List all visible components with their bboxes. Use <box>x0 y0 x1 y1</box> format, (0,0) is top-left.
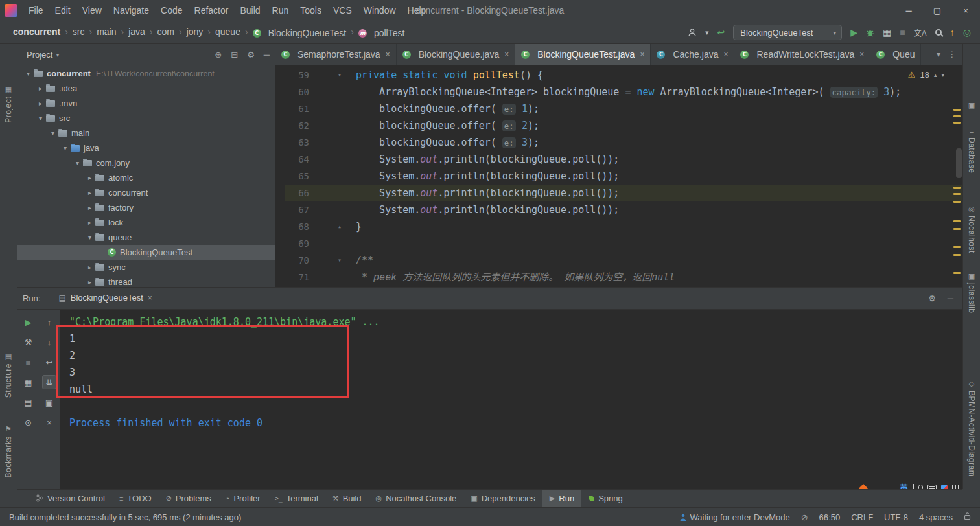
menu-build[interactable]: Build <box>234 0 266 21</box>
devmode-status[interactable]: Waiting for enter DevMode <box>679 512 790 522</box>
tree-item[interactable]: ▾java <box>18 141 275 155</box>
breadcrumb-item[interactable]: mpollTest <box>357 27 406 40</box>
breadcrumb-item[interactable]: com <box>156 25 176 38</box>
expand-icon[interactable]: ▸ <box>35 100 46 107</box>
tree-item[interactable]: ▾concurrentE:\TLWork\concurrent\concurre… <box>18 66 275 81</box>
gradle-refresh-icon[interactable]: ◎ <box>963 27 971 38</box>
user-icon[interactable] <box>688 28 697 37</box>
editor-tab[interactable]: CQueu <box>870 44 921 65</box>
line-number[interactable]: 70 <box>285 252 309 269</box>
breadcrumb-item[interactable]: concurrent <box>12 25 62 38</box>
tree-item[interactable]: ▾src <box>18 111 275 126</box>
print-button[interactable]: ▣ <box>42 395 56 409</box>
expand-icon[interactable]: ▸ <box>84 174 95 181</box>
toolwindow-button-build[interactable]: ⚒Build <box>325 490 369 507</box>
search-icon[interactable] <box>935 29 942 36</box>
soft-wrap-button[interactable]: ↩ <box>42 355 56 369</box>
tree-item[interactable]: ▾main <box>18 126 275 141</box>
collapse-all-icon[interactable]: ⊟ <box>231 50 238 60</box>
collapse-icon[interactable]: ▾ <box>72 159 83 166</box>
line-number[interactable]: 71 <box>285 269 309 286</box>
hide-panel-icon[interactable]: ─ <box>948 293 953 303</box>
prev-warning-icon[interactable]: ▴ <box>934 72 937 78</box>
menu-vcs[interactable]: VCS <box>327 0 358 21</box>
line-number[interactable]: 62 <box>285 117 309 134</box>
line-number[interactable]: 60 <box>285 84 309 100</box>
file-encoding[interactable]: UTF-8 <box>884 512 908 522</box>
rerun-button[interactable]: ▶ <box>21 315 36 329</box>
pin-button[interactable]: ⊙ <box>21 415 36 429</box>
menu-tools[interactable]: Tools <box>294 0 327 21</box>
menu-edit[interactable]: Edit <box>49 0 76 21</box>
tree-item[interactable]: CBlockingQueueTest <box>18 245 275 260</box>
update-project-icon[interactable]: ↩ <box>718 27 725 38</box>
project-panel-title[interactable]: Project ▾ <box>27 50 60 60</box>
toolwindow-button-version-control[interactable]: Version Control <box>29 490 112 507</box>
toolwindow-nocalhost[interactable]: ◎ Nocalhost <box>963 205 980 253</box>
tree-item[interactable]: ▸lock <box>18 215 275 230</box>
breadcrumb-item[interactable]: java <box>127 25 146 38</box>
fold-marker-icon[interactable]: ▴ <box>309 218 356 235</box>
code-line[interactable]: 60 ArrayBlockingQueue<Integer> blockingQ… <box>285 84 962 100</box>
tree-item[interactable]: ▾com.jony <box>18 155 275 170</box>
expand-icon[interactable]: ▸ <box>84 204 95 211</box>
toolwindow-button-todo[interactable]: ≡TODO <box>112 490 159 507</box>
tree-item[interactable]: ▸factory <box>18 200 275 215</box>
line-number[interactable]: 64 <box>285 151 309 168</box>
close-icon[interactable]: × <box>859 50 864 59</box>
restore-layout-button[interactable]: ▦ <box>21 375 36 389</box>
breadcrumb-item[interactable]: queue <box>214 25 242 38</box>
line-number[interactable]: 65 <box>285 168 309 185</box>
menu-file[interactable]: File <box>23 0 49 21</box>
expand-icon[interactable]: ▸ <box>84 219 95 226</box>
code-editor[interactable]: 59▾private static void pollTest() {60 Ar… <box>275 65 962 287</box>
tree-item[interactable]: ▸concurrent <box>18 185 275 200</box>
clear-all-button[interactable]: × <box>42 415 56 429</box>
toolwindow-button-dependencies[interactable]: ▣Dependencies <box>463 490 542 507</box>
close-icon[interactable]: × <box>504 50 509 59</box>
code-line[interactable]: 61 blockingQueue.offer( e: 1); <box>285 100 962 117</box>
toolwindow-jclasslib[interactable]: ▣ jclasslib <box>963 272 980 314</box>
editor-tab[interactable]: CBlockingQueueTest.java× <box>515 44 651 65</box>
collapse-icon[interactable]: ▾ <box>35 115 46 122</box>
collapse-icon[interactable]: ▾ <box>84 234 95 241</box>
layout-grid-button[interactable]: ▤ <box>21 395 36 409</box>
line-number[interactable]: 69 <box>285 235 309 252</box>
hidden-tabs-icon[interactable]: ▾ <box>937 50 940 59</box>
run-tab[interactable]: ▤ BlockingQueueTest × <box>54 288 156 309</box>
next-warning-icon[interactable]: ▾ <box>941 72 944 78</box>
maximize-icon[interactable]: ▢ <box>923 0 951 21</box>
toolwindow-database[interactable]: ≡ Database <box>963 127 980 173</box>
line-number[interactable]: 66 <box>285 185 309 201</box>
code-line[interactable]: 64 System.out.println(blockingQueue.poll… <box>285 151 962 168</box>
scroll-to-end-button[interactable]: ⇊ <box>42 375 56 389</box>
breadcrumb-item[interactable]: main <box>95 25 117 38</box>
menu-run[interactable]: Run <box>266 0 295 21</box>
editor-tab[interactable]: CReadWriteLockTest.java× <box>734 44 870 65</box>
editor-tab[interactable]: CBlockingQueue.java× <box>397 44 516 65</box>
fold-marker-icon[interactable]: ▾ <box>309 67 356 84</box>
prev-occurrence-button[interactable]: ↑ <box>42 315 56 329</box>
tree-item[interactable]: ▸thread <box>18 275 275 287</box>
tree-item[interactable]: ▸sync <box>18 260 275 275</box>
translate-icon[interactable]: 文A <box>914 27 927 38</box>
menu-navigate[interactable]: Navigate <box>108 0 155 21</box>
inspections-widget[interactable]: ⚠ 18 ▴ ▾ <box>908 70 944 80</box>
indent-setting[interactable]: 4 spaces <box>919 512 953 522</box>
lock-icon[interactable] <box>964 512 971 522</box>
menu-refactor[interactable]: Refactor <box>189 0 235 21</box>
toolwindow-button-run[interactable]: ▶Run <box>542 490 581 507</box>
line-number[interactable]: 61 <box>285 100 309 117</box>
hide-panel-icon[interactable]: ─ <box>264 50 270 60</box>
no-access-icon[interactable]: ⊘ <box>801 512 808 522</box>
toolwindow-bpmn[interactable]: ◇ BPMN-Activiti-Diagram <box>963 380 980 477</box>
fold-marker-icon[interactable]: ▾ <box>309 252 356 269</box>
menu-help[interactable]: Help <box>402 0 432 21</box>
run-configuration-select[interactable]: BlockingQueueTest ▾ <box>733 25 842 40</box>
expand-icon[interactable]: ▸ <box>84 264 95 271</box>
minimize-icon[interactable]: ─ <box>894 0 923 21</box>
toolwindow-button-profiler[interactable]: ◔Profiler <box>218 490 268 507</box>
toolwindow-structure[interactable]: ▤ Structure <box>0 352 17 398</box>
menu-window[interactable]: Window <box>358 0 402 21</box>
collapse-icon[interactable]: ▾ <box>47 130 58 137</box>
